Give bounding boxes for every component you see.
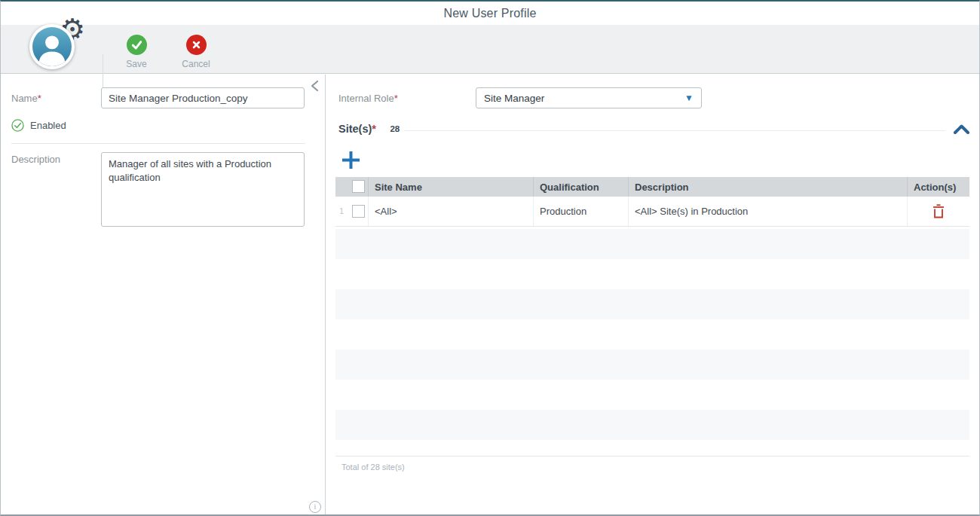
save-button-label: Save — [113, 59, 160, 69]
section-divider — [11, 143, 305, 144]
enabled-label: Enabled — [30, 120, 66, 131]
save-check-icon — [127, 35, 147, 55]
select-all-checkbox[interactable] — [352, 180, 365, 193]
delete-row-icon[interactable] — [933, 204, 945, 218]
header-site-name: Site Name — [368, 177, 533, 197]
description-label: Description — [11, 154, 60, 165]
enabled-check-icon — [11, 119, 24, 132]
panel-divider — [325, 75, 326, 516]
description-textarea[interactable]: Manager of all sites with a Production q… — [101, 152, 305, 227]
add-site-button[interactable] — [340, 149, 362, 171]
table-row: 1 <All> Production <All> Site(s) in Prod… — [335, 197, 969, 227]
table-footer-line — [335, 456, 969, 456]
row-checkbox[interactable] — [352, 205, 365, 218]
cancel-x-icon — [186, 35, 207, 55]
save-button[interactable]: Save — [113, 35, 160, 69]
sites-header-line — [404, 130, 945, 131]
caret-down-icon: ▼ — [684, 93, 694, 103]
table-total-label: Total of 28 site(s) — [341, 463, 405, 472]
required-asterisk: * — [394, 93, 398, 104]
sites-count-badge: 28 — [390, 124, 400, 133]
cell-actions — [907, 197, 969, 226]
name-label: Name* — [11, 93, 41, 104]
header-actions: Action(s) — [907, 177, 969, 197]
header-description: Description — [628, 177, 907, 197]
required-asterisk: * — [372, 123, 376, 135]
chevron-up-icon[interactable] — [953, 124, 970, 135]
internal-role-label: Internal Role* — [338, 93, 398, 104]
cancel-button-label: Cancel — [173, 59, 219, 69]
header-checkbox-cell — [335, 177, 368, 197]
cell-description: <All> Site(s) in Production — [628, 197, 907, 226]
title-bar: New User Profile — [1, 2, 979, 25]
row-checkbox-cell: 1 — [335, 197, 368, 226]
profile-avatar: ⚙ — [29, 21, 88, 75]
new-user-profile-window: New User Profile ⚙ — [0, 0, 980, 516]
sites-label: Site(s)* — [338, 123, 376, 135]
cell-site-name: <All> — [368, 197, 533, 226]
page-title: New User Profile — [1, 7, 979, 20]
sites-section-header: Site(s)* 28 — [338, 122, 400, 136]
empty-rows-stripes — [335, 229, 969, 440]
cell-qualification: Production — [533, 197, 628, 226]
internal-role-dropdown[interactable]: Site Manager ▼ — [476, 87, 702, 108]
row-number: 1 — [339, 206, 344, 215]
cancel-button[interactable]: Cancel — [173, 35, 219, 69]
collapse-panel-icon[interactable] — [309, 79, 321, 93]
enabled-toggle[interactable]: Enabled — [11, 119, 66, 132]
user-avatar-icon — [29, 24, 75, 69]
sites-table: Site Name Qualification Description Acti… — [335, 177, 969, 516]
table-header-row: Site Name Qualification Description Acti… — [335, 177, 969, 197]
name-input[interactable] — [101, 87, 305, 108]
internal-role-value: Site Manager — [484, 93, 684, 104]
info-icon[interactable]: i — [309, 501, 321, 513]
required-asterisk: * — [38, 93, 41, 104]
header-qualification: Qualification — [533, 177, 628, 197]
